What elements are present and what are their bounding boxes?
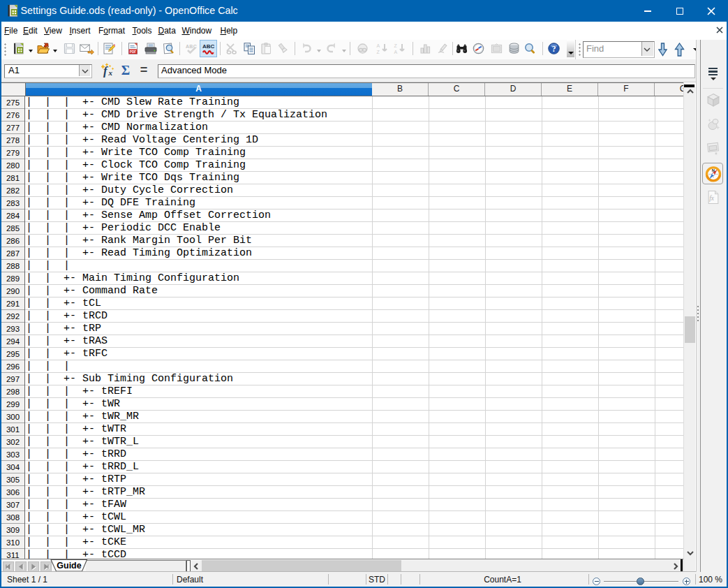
svg-text:ABC: ABC (202, 43, 215, 50)
svg-text:Z: Z (376, 50, 380, 54)
svg-text:N: N (712, 168, 715, 172)
svg-text:x: x (108, 68, 113, 77)
svg-text:?: ? (552, 45, 556, 53)
svg-text:Z: Z (394, 43, 398, 48)
svg-text:A: A (376, 43, 380, 48)
svg-text:A: A (394, 50, 398, 54)
svg-text:fx: fx (709, 195, 715, 202)
svg-text:PDF: PDF (130, 50, 137, 54)
